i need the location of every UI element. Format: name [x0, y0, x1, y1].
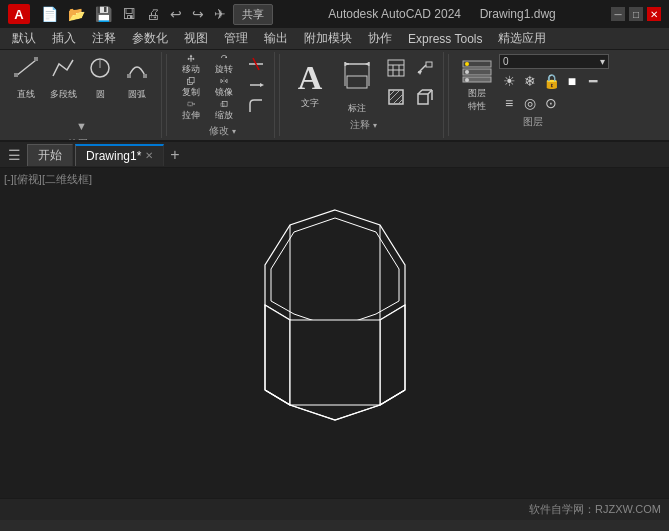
draw-more-btn[interactable]: ▼ — [70, 117, 94, 135]
layer-icons: ☀ ❄ 🔒 ■ ━ — [499, 71, 609, 91]
layer-dropdown-arrow: ▾ — [600, 56, 605, 67]
layer-lock-icon[interactable]: 🔒 — [541, 71, 561, 91]
window-controls: ─ □ ✕ — [611, 7, 661, 21]
svg-rect-39 — [426, 62, 432, 67]
layer-linetype-icon[interactable]: ━ — [583, 71, 603, 91]
save-icon[interactable]: 💾 — [92, 4, 115, 24]
svg-point-55 — [465, 78, 469, 82]
tool-fillet[interactable] — [242, 96, 270, 116]
ribbon-group-draw: 直线 多段线 圆 — [4, 52, 162, 138]
undo-icon[interactable]: ↩ — [167, 4, 185, 24]
ribbon: 直线 多段线 圆 — [0, 50, 669, 142]
tab-bar: ☰ 开始 Drawing1* ✕ + — [0, 142, 669, 168]
modify-extra-col — [242, 54, 270, 116]
layer-freeze-icon[interactable]: ❄ — [520, 71, 540, 91]
tool-trim[interactable] — [242, 54, 270, 74]
title-bar-center: Autodesk AutoCAD 2024 Drawing1.dwg — [328, 7, 555, 21]
tool-text[interactable]: A 文字 — [288, 54, 332, 116]
svg-line-41 — [389, 90, 395, 96]
tool-copy[interactable]: 复制 — [175, 77, 207, 99]
circle-icon — [88, 56, 112, 86]
menu-default[interactable]: 默认 — [4, 28, 44, 49]
dimension-label: 标注 — [348, 102, 366, 115]
tool-polyline[interactable]: 多段线 — [45, 54, 81, 116]
layer-match-icon[interactable]: ≡ — [499, 93, 519, 113]
layer-dropdown[interactable]: 0 ▾ — [499, 54, 609, 69]
menu-output[interactable]: 输出 — [256, 28, 296, 49]
tool-mirror[interactable]: 镜像 — [208, 77, 240, 99]
menu-view[interactable]: 视图 — [176, 28, 216, 49]
tab-drawing1[interactable]: Drawing1* ✕ — [75, 144, 164, 166]
svg-point-53 — [465, 62, 469, 66]
tool-scale[interactable]: 缩放 — [208, 100, 240, 122]
mirror-label: 镜像 — [215, 86, 233, 99]
text-icon: A — [298, 61, 323, 95]
tool-polyline-label: 多段线 — [50, 88, 77, 101]
close-button[interactable]: ✕ — [647, 7, 661, 21]
svg-rect-10 — [189, 77, 194, 82]
menu-collaborate[interactable]: 协作 — [360, 28, 400, 49]
tool-extend[interactable] — [242, 75, 270, 95]
svg-rect-6 — [143, 74, 147, 78]
menu-manage[interactable]: 管理 — [216, 28, 256, 49]
menu-insert[interactable]: 插入 — [44, 28, 84, 49]
svg-marker-22 — [260, 83, 264, 87]
modify-label-text: 修改 — [209, 124, 229, 138]
tab-drawing1-close[interactable]: ✕ — [145, 150, 153, 161]
layer-panel-btn[interactable]: 图层特性 — [457, 55, 497, 113]
tab-add-button[interactable]: + — [166, 147, 183, 163]
tool-move[interactable]: 移动 — [175, 54, 207, 76]
open-file-icon[interactable]: 📂 — [65, 4, 88, 24]
layer-unisolate-icon[interactable]: ⊙ — [541, 93, 561, 113]
tab-start[interactable]: 开始 — [27, 144, 73, 166]
title-bar-right: ─ □ ✕ — [611, 7, 661, 21]
maximize-button[interactable]: □ — [629, 7, 643, 21]
tool-line[interactable]: 直线 — [8, 54, 44, 116]
svg-marker-8 — [225, 56, 227, 58]
tool-rotate[interactable]: 旋转 — [208, 54, 240, 76]
tool-table[interactable] — [382, 54, 410, 82]
share-button[interactable]: 共享 — [233, 4, 273, 25]
layer-controls: 0 ▾ ☀ ❄ 🔒 ■ ━ ≡ ◎ ⊙ — [499, 54, 609, 113]
app-logo: A — [8, 4, 30, 24]
menu-annotation[interactable]: 注释 — [84, 28, 124, 49]
menu-parametric[interactable]: 参数化 — [124, 28, 176, 49]
small-annot-tools — [382, 54, 439, 111]
dimension-icon — [341, 56, 373, 100]
hamburger-menu[interactable]: ☰ — [4, 145, 25, 165]
ribbon-group-modify: 移动 旋转 复制 镜像 拉伸 — [171, 52, 275, 138]
svg-rect-31 — [347, 76, 367, 88]
layer-sun-icon[interactable]: ☀ — [499, 71, 519, 91]
tool-stretch[interactable]: 拉伸 — [175, 100, 207, 122]
menu-addons[interactable]: 附加模块 — [296, 28, 360, 49]
menu-featured[interactable]: 精选应用 — [490, 28, 554, 49]
scale-label: 缩放 — [215, 109, 233, 122]
minimize-button[interactable]: ─ — [611, 7, 625, 21]
tool-hatch[interactable] — [382, 83, 410, 111]
tab-start-label: 开始 — [38, 147, 62, 164]
redo-icon[interactable]: ↪ — [189, 4, 207, 24]
print-icon[interactable]: 🖨 — [143, 4, 163, 24]
modify-grid: 移动 旋转 复制 镜像 拉伸 — [175, 54, 240, 122]
svg-rect-1 — [14, 73, 18, 77]
tool-multileader[interactable] — [411, 54, 439, 82]
line-icon — [14, 56, 38, 86]
layer-color-icon[interactable]: ■ — [562, 71, 582, 91]
save-as-icon[interactable]: 🖫 — [119, 4, 139, 24]
svg-marker-12 — [221, 79, 223, 83]
tool-circle[interactable]: 圆 — [82, 54, 118, 116]
tool-dimension[interactable]: 标注 — [335, 54, 379, 116]
canvas-area[interactable]: [-][俯视][二维线框] — [0, 168, 669, 498]
drawing-canvas — [205, 190, 465, 450]
new-file-icon[interactable]: 📄 — [38, 4, 61, 24]
share-icon[interactable]: ✈ — [211, 4, 229, 24]
modify-tools: 移动 旋转 复制 镜像 拉伸 — [175, 54, 270, 122]
layer-panel-label: 图层特性 — [468, 87, 486, 113]
svg-rect-2 — [34, 57, 38, 61]
tool-arc[interactable]: 圆弧 — [119, 54, 155, 116]
text-label: 文字 — [301, 97, 319, 110]
tool-block[interactable] — [411, 83, 439, 111]
menu-express-tools[interactable]: Express Tools — [400, 30, 490, 48]
svg-rect-18 — [222, 101, 227, 106]
layer-isolate-icon[interactable]: ◎ — [520, 93, 540, 113]
